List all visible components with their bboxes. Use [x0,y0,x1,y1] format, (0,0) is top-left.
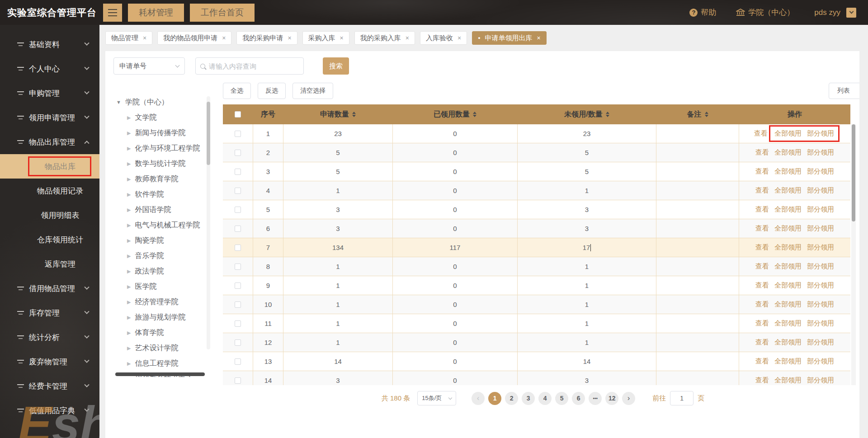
hamburger-menu-icon[interactable] [103,4,122,22]
search-input[interactable] [209,62,299,70]
partial-receive-link[interactable]: 部分领用 [807,281,834,290]
sidebar-item[interactable]: 经费卡管理 [0,374,99,398]
select-all-button[interactable]: 全选 [223,83,251,99]
page-button[interactable]: 6 [572,392,585,405]
clear-selection-button[interactable]: 清空选择 [292,83,333,99]
full-receive-link[interactable]: 全部领用 [774,300,802,309]
help-button[interactable]: ? 帮助 [689,7,716,18]
workspace-tab[interactable]: 入库验收× [420,31,467,45]
tree-item[interactable]: ▶信息工程学院 [116,356,210,371]
partial-receive-link[interactable]: 部分领用 [807,167,834,176]
full-receive-link[interactable]: 全部领用 [774,281,802,290]
invert-selection-button[interactable]: 反选 [258,83,286,99]
page-button[interactable]: 1 [488,392,501,405]
sidebar-item[interactable]: 领用申请管理 [0,105,99,130]
full-receive-link[interactable]: 全部领用 [774,338,802,347]
full-receive-link[interactable]: 全部领用 [774,148,802,157]
sidebar-item[interactable]: 个人中心 [0,57,99,81]
sort-icon[interactable] [352,112,356,117]
tree-item[interactable]: ▶政法学院 [116,264,210,279]
partial-receive-link[interactable]: 部分领用 [807,357,834,366]
full-receive-link[interactable]: 全部领用 [774,319,802,328]
goto-page-input[interactable] [670,391,693,405]
row-checkbox[interactable] [235,283,241,289]
partial-receive-link[interactable]: 部分领用 [807,338,834,347]
close-icon[interactable]: × [143,34,146,42]
row-checkbox[interactable] [235,150,241,156]
close-icon[interactable]: × [340,34,344,42]
next-page-button[interactable]: › [622,392,635,405]
search-field-select[interactable]: 申请单号 [113,57,185,75]
page-button[interactable]: 4 [538,392,552,405]
sidebar-subitem[interactable]: 返库管理 [0,252,99,276]
tree-item[interactable]: ▶化学与环境工程学院 [116,141,210,156]
tree-item[interactable]: ▶文学院 [116,110,210,125]
prev-page-button[interactable]: ‹ [472,392,485,405]
tree-item[interactable]: ▶数学与统计学院 [116,156,210,171]
sidebar-item[interactable]: 物品出库管理 [0,130,99,154]
row-checkbox[interactable] [235,131,241,137]
row-checkbox[interactable] [235,188,241,194]
table-vertical-scrollbar[interactable] [851,124,856,385]
column-header[interactable]: 已领用数量 [393,104,518,124]
scrollbar-thumb[interactable] [852,124,855,221]
row-checkbox[interactable] [235,245,241,251]
partial-receive-link[interactable]: 部分领用 [807,300,834,309]
tree-item[interactable]: ▶电气与机械工程学院 [116,217,210,233]
partial-receive-link[interactable]: 部分领用 [807,129,834,138]
view-link[interactable]: 查看 [755,205,769,214]
row-checkbox[interactable] [235,264,241,270]
partial-receive-link[interactable]: 部分领用 [807,224,834,233]
view-link[interactable]: 查看 [754,129,768,138]
workspace-tab[interactable]: 我的采购入库× [354,31,415,45]
sidebar-item[interactable]: 基础资料 [0,32,99,57]
workspace-tab[interactable]: 采购入库× [302,31,349,45]
view-link[interactable]: 查看 [755,357,769,366]
full-receive-link[interactable]: 全部领用 [774,357,802,366]
sidebar-item[interactable]: 申购管理 [0,81,99,105]
row-checkbox[interactable] [235,358,241,365]
sort-icon[interactable] [606,112,609,117]
tree-item[interactable]: ▶新闻与传播学院 [116,125,210,141]
partial-receive-link[interactable]: 部分领用 [807,205,834,214]
tree-item[interactable]: ▶艺术设计学院 [116,340,210,356]
page-button[interactable]: 12 [605,392,618,405]
workspace-tab[interactable]: 我的采购申请× [236,31,297,45]
view-link[interactable]: 查看 [755,243,769,252]
sort-icon[interactable] [473,112,476,117]
view-link[interactable]: 查看 [755,281,769,290]
view-link[interactable]: 查看 [755,262,769,271]
row-checkbox[interactable] [235,301,241,308]
full-receive-link[interactable]: 全部领用 [774,376,802,385]
view-link[interactable]: 查看 [755,224,769,233]
partial-receive-link[interactable]: 部分领用 [807,376,834,385]
user-menu[interactable]: pds zyy [814,8,856,18]
tree-item[interactable]: ▶医学院 [116,279,210,294]
full-receive-link[interactable]: 全部领用 [774,243,802,252]
sidebar-subitem[interactable]: 仓库领用统计 [0,227,99,252]
sort-icon[interactable] [705,112,708,117]
page-size-select[interactable]: 15条/页 [417,391,456,405]
view-link[interactable]: 查看 [755,319,769,328]
partial-receive-link[interactable]: 部分领用 [807,319,834,328]
partial-receive-link[interactable]: 部分领用 [807,148,834,157]
tree-item[interactable]: ▶软件学院 [116,187,210,202]
close-icon[interactable]: × [222,34,226,42]
list-view-button[interactable]: 列表 [829,83,859,99]
view-link[interactable]: 查看 [755,376,769,385]
row-checkbox[interactable] [235,320,241,327]
full-receive-link[interactable]: 全部领用 [774,205,802,214]
tree-item[interactable]: ▶旅游与规划学院 [116,310,210,325]
tree-item[interactable]: ▶教师教育学院 [116,171,210,187]
tree-item[interactable]: ▶体育学院 [116,325,210,340]
row-checkbox[interactable] [235,339,241,346]
tree-vertical-scrollbar[interactable] [207,96,210,349]
user-dropdown-button[interactable] [846,8,856,18]
full-receive-link[interactable]: 全部领用 [774,167,802,176]
tree-item[interactable]: ▶外国语学院 [116,202,210,217]
tree-item[interactable]: ▶陶瓷学院 [116,233,210,248]
select-all-checkbox[interactable] [235,111,241,118]
sidebar-item[interactable]: 库存管理 [0,301,99,325]
view-link[interactable]: 查看 [755,148,769,157]
row-checkbox[interactable] [235,207,241,213]
